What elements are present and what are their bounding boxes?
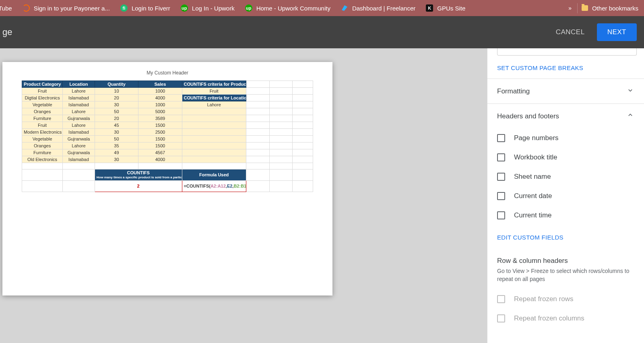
cell: 20 [95, 115, 138, 122]
criteria-product-label: COUNTIFS criteria for Product [182, 81, 246, 88]
checkbox-icon [497, 153, 505, 161]
col-header: Sales [138, 81, 182, 88]
checkbox-current-time[interactable]: Current time [497, 206, 634, 225]
bookmarks-bar: Tube Sign in to your Payoneer a... fi Lo… [0, 0, 644, 16]
cell: 3589 [138, 115, 182, 122]
settings-input-fragment[interactable] [497, 48, 637, 56]
col-header: Location [63, 81, 95, 88]
cell: Lahore [63, 143, 95, 149]
col-header: Quantity [95, 81, 138, 88]
countifs-title-cell: COUNTIFS How many times a specific produ… [95, 169, 182, 181]
cell: Modern Electronics [22, 129, 63, 136]
print-preview-wrap: My Custom Header Product Category Locati… [0, 48, 332, 343]
other-bookmarks-label: Other bookmarks [592, 5, 638, 12]
bookmark-label: Sign in to your Payoneer a... [34, 5, 110, 12]
print-preview-page: My Custom Header Product Category Locati… [2, 62, 332, 295]
other-bookmarks[interactable]: Other bookmarks [577, 3, 642, 13]
cell: 1000 [138, 101, 182, 108]
cell: Digtial Electronics [22, 95, 63, 101]
criteria-location-value: Lahore [182, 101, 246, 108]
checkbox-icon [497, 295, 505, 303]
page-custom-header: My Custom Header [22, 70, 313, 76]
cell: Vegetable [22, 101, 63, 108]
bookmark-item[interactable]: Dashboard | Freelancer [337, 3, 419, 13]
bookmark-item[interactable]: up Log In - Upwork [177, 3, 239, 13]
cell: 5000 [138, 108, 182, 115]
cell: 50 [95, 136, 138, 143]
upwork-icon: up [245, 4, 252, 12]
folder-icon [582, 5, 588, 11]
countifs-result: 2 [95, 180, 182, 192]
checkbox-label: Sheet name [514, 173, 551, 181]
bookmark-label: Log In - Upwork [192, 5, 235, 12]
cell: Fruit [22, 122, 63, 129]
checkbox-icon [497, 192, 505, 200]
bookmark-label: Home - Upwork Community [256, 5, 330, 12]
cell: Islamabad [63, 101, 95, 108]
checkbox-icon [497, 211, 505, 219]
checkbox-workbook-title[interactable]: Workbook title [497, 148, 634, 167]
checkbox-icon [497, 314, 505, 322]
checkbox-label: Current time [514, 211, 552, 219]
spreadsheet-table: Product Category Location Quantity Sales… [22, 81, 313, 192]
bookmark-item[interactable]: fi Login to Fiverr [116, 3, 174, 13]
checkbox-page-numbers[interactable]: Page numbers [497, 128, 634, 148]
cell: Furniture [22, 115, 63, 122]
edit-custom-fields-link[interactable]: EDIT CUSTOM FIELDS [497, 225, 634, 248]
bookmark-label: Dashboard | Freelancer [352, 5, 415, 12]
cell: 49 [95, 149, 138, 156]
cell: 4000 [138, 95, 182, 101]
cell: 1000 [138, 88, 182, 95]
formula-cell: =COUNTIFS(A2:A12,E2,B2:B12,E4) [182, 180, 246, 192]
cell: 1500 [138, 122, 182, 129]
cell: Furniture [22, 149, 63, 156]
cell: 35 [95, 143, 138, 149]
cell: 1500 [138, 136, 182, 143]
checkbox-sheet-name[interactable]: Sheet name [497, 167, 634, 186]
freelancer-icon [341, 4, 348, 12]
cell: 30 [95, 101, 138, 108]
cell: Oranges [22, 143, 63, 149]
print-settings-sidebar[interactable]: SET CUSTOM PAGE BREAKS Formatting Header… [487, 48, 644, 343]
checkbox-label: Page numbers [514, 134, 559, 142]
checkbox-label: Current date [514, 192, 552, 200]
next-button[interactable]: NEXT [597, 23, 637, 41]
toolbar-title-fragment: ge [2, 27, 12, 37]
cell: 50 [95, 108, 138, 115]
bookmark-label: Login to Fiverr [132, 5, 170, 12]
cell: Vegetable [22, 136, 63, 143]
col-header: Product Category [22, 81, 63, 88]
bookmark-item[interactable]: Tube [0, 3, 16, 13]
set-custom-page-breaks-link[interactable]: SET CUSTOM PAGE BREAKS [487, 61, 644, 79]
cell: Oranges [22, 108, 63, 115]
bookmark-item[interactable]: K GPUs Site [422, 3, 469, 13]
cell: 45 [95, 122, 138, 129]
headers-footers-section: Headers and footers Page numbers Workboo… [487, 103, 644, 328]
checkbox-current-date[interactable]: Current date [497, 186, 634, 206]
checkbox-label: Workbook title [514, 153, 557, 161]
cancel-button[interactable]: CANCEL [553, 24, 587, 40]
bookmarks-overflow-icon[interactable]: » [562, 5, 577, 11]
checkbox-icon [497, 173, 505, 181]
cell: 4567 [138, 149, 182, 156]
cell: Fruit [22, 88, 63, 95]
bookmark-item[interactable]: up Home - Upwork Community [241, 3, 334, 13]
cell: 30 [95, 129, 138, 136]
cell: Islamabad [63, 129, 95, 136]
cell: Lahore [63, 88, 95, 95]
formatting-label: Formatting [497, 87, 530, 95]
print-toolbar: ge CANCEL NEXT [0, 16, 644, 48]
cell: Gujranwala [63, 136, 95, 143]
cell: 20 [95, 95, 138, 101]
bookmark-item[interactable]: Sign in to your Payoneer a... [19, 3, 114, 13]
cell: Gujranwala [63, 115, 95, 122]
cell: Lahore [63, 122, 95, 129]
countifs-subtitle: How many times a specific product is sol… [97, 176, 180, 180]
cell: 1500 [138, 143, 182, 149]
checkbox-label: Repeat frozen columns [514, 314, 584, 322]
criteria-product-value: Fruit [182, 88, 246, 95]
formatting-section-toggle[interactable]: Formatting [487, 79, 644, 103]
chevron-down-icon [626, 86, 634, 96]
checkbox-label: Repeat frozen rows [514, 295, 573, 303]
headers-footers-toggle[interactable]: Headers and footers [497, 104, 634, 128]
